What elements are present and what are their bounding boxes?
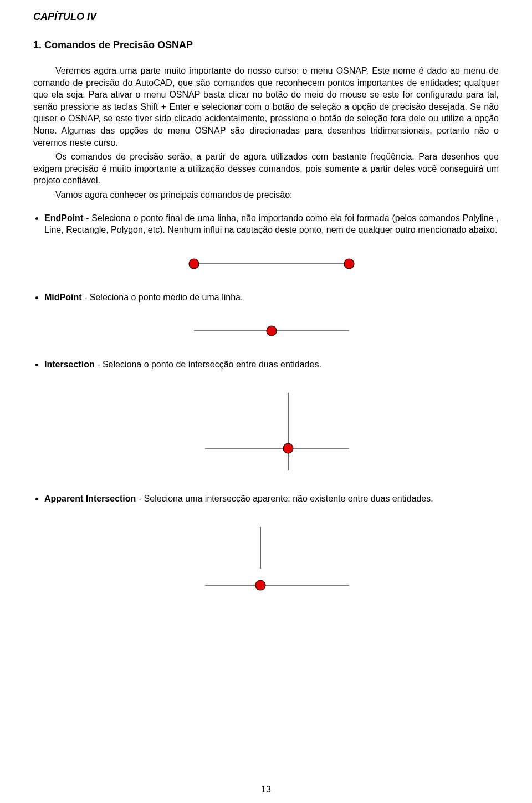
list-item-midpoint: MidPoint - Seleciona o ponto médio de um… [44, 291, 499, 342]
svg-point-7 [283, 443, 293, 453]
diagram-midpoint [44, 320, 499, 342]
body-paragraph-2: Os comandos de precisão serão, a partir … [33, 151, 499, 187]
svg-point-2 [344, 259, 354, 269]
svg-point-10 [255, 580, 265, 590]
list-item-apparent-intersection: Apparent Intersection - Seleciona uma in… [44, 493, 499, 599]
desc-endpoint: - Seleciona o ponto final de uma linha, … [44, 213, 499, 235]
list-item-intersection: Intersection - Seleciona o ponto de inte… [44, 359, 499, 476]
section-title: 1. Comandos de Precisão OSNAP [33, 39, 499, 51]
page: CAPÍTULO IV 1. Comandos de Precisão OSNA… [0, 0, 532, 803]
intersection-svg [183, 387, 360, 476]
diagram-endpoint [44, 253, 499, 275]
osnap-command-list: EndPoint - Seleciona o ponto final de um… [33, 212, 499, 599]
diagram-apparent-intersection [44, 521, 499, 599]
list-item-endpoint: EndPoint - Seleciona o ponto final de um… [44, 212, 499, 275]
term-intersection: Intersection [44, 360, 95, 369]
term-midpoint: MidPoint [44, 293, 82, 302]
endpoint-svg [183, 253, 360, 275]
desc-apparent: - Seleciona uma intersecção aparente: nã… [136, 494, 433, 503]
desc-midpoint: - Seleciona o ponto médio de uma linha. [82, 293, 243, 302]
desc-intersection: - Seleciona o ponto de intersecção entre… [95, 360, 321, 369]
svg-point-4 [267, 326, 277, 336]
midpoint-svg [183, 320, 360, 342]
body-paragraph-1: Veremos agora uma parte muito importante… [33, 65, 499, 149]
term-apparent: Apparent Intersection [44, 494, 136, 503]
svg-point-1 [189, 259, 199, 269]
body-paragraph-3: Vamos agora conhecer os principais coman… [33, 189, 499, 201]
term-endpoint: EndPoint [44, 213, 83, 223]
chapter-title: CAPÍTULO IV [33, 11, 499, 23]
diagram-intersection [44, 387, 499, 476]
apparent-intersection-svg [183, 521, 360, 599]
page-number: 13 [0, 785, 532, 795]
